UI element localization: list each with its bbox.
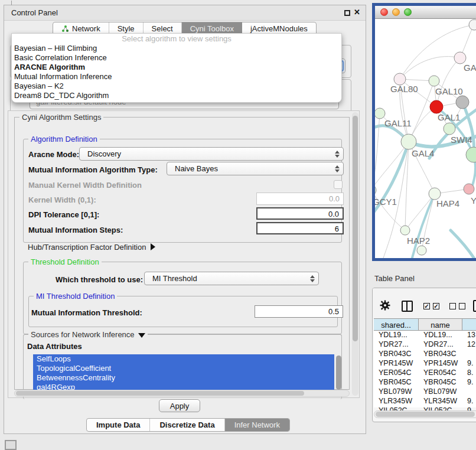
- popup-item-aracne[interactable]: ARACNE Algorithm: [12, 63, 341, 72]
- list-item[interactable]: SelfLoops: [33, 354, 334, 364]
- mi-steps-field[interactable]: 6: [256, 222, 344, 234]
- network-node-gal11[interactable]: [375, 108, 385, 119]
- popup-item-bayesian-k2[interactable]: Bayesian – K2: [12, 81, 341, 91]
- network-canvas[interactable]: GAL GAL80 GAL10 GAL1 GAL11 SWI4 GAL4 GCY…: [375, 19, 476, 258]
- threshold-definition-groupbox: Threshold Definition Which threshold to …: [23, 262, 342, 334]
- table-row[interactable]: YBR043CYBR043C: [374, 350, 476, 359]
- network-node[interactable]: [469, 19, 476, 30]
- popup-item-mutual-information[interactable]: Mutual Information Inference: [12, 72, 341, 81]
- gear-icon[interactable]: [380, 300, 390, 313]
- mi-threshold-title: MI Threshold Definition: [34, 292, 117, 301]
- which-threshold-label: Which threshold to use:: [56, 275, 143, 284]
- table-row[interactable]: YBL079WYBL079W: [374, 387, 476, 397]
- network-node-gal1-selected[interactable]: [430, 100, 443, 113]
- manual-kernel-checkbox[interactable]: [334, 180, 343, 189]
- network-node-bottom[interactable]: [417, 246, 426, 255]
- bottom-tabbar: Impute Data Discretize Data Infer Networ…: [86, 418, 290, 432]
- table-horizontal-scrollbar[interactable]: [374, 410, 476, 418]
- table-row[interactable]: YBR045CYBR045C9.: [374, 378, 476, 387]
- deselect-all-checkbox-icon[interactable]: [449, 303, 456, 309]
- algorithm-definition-title: Algorithm Definition: [28, 135, 100, 144]
- svg-text:GAL: GAL: [464, 63, 476, 73]
- table-row[interactable]: YDL19...YDL19...13: [374, 331, 476, 340]
- float-window-icon[interactable]: [344, 10, 350, 16]
- list-item[interactable]: BetweennessCentrality: [33, 373, 334, 383]
- svg-text:GAL80: GAL80: [390, 84, 418, 94]
- column-header-shared-name[interactable]: shared...: [374, 319, 419, 330]
- popup-item-dream8[interactable]: Dream8 DC_TDC Algorithm: [12, 91, 341, 100]
- combo-arrows-icon: [335, 162, 340, 175]
- network-node-gray[interactable]: [456, 96, 469, 109]
- data-attributes-list[interactable]: SelfLoops TopologicalCoefficient Between…: [33, 354, 334, 391]
- tab-infer-network[interactable]: Infer Network: [225, 419, 289, 431]
- network-window-titlebar[interactable]: [375, 6, 476, 19]
- dpi-tolerance-field[interactable]: 0.0: [256, 207, 344, 220]
- panel-title: Control Panel: [11, 8, 58, 17]
- table-toolbar: ✓ ✓: [373, 288, 476, 318]
- close-icon[interactable]: ✕: [354, 8, 360, 17]
- new-table-icon[interactable]: [473, 300, 476, 312]
- network-node-gal80[interactable]: [394, 73, 406, 85]
- network-node-gal2[interactable]: [454, 52, 466, 64]
- deselect-all-checkbox-icon[interactable]: [459, 303, 465, 309]
- close-traffic-light-icon[interactable]: [380, 8, 388, 16]
- aracne-mode-label: Aracne Mode:: [28, 150, 79, 159]
- mi-threshold-label: Mutual Information Threshold:: [31, 308, 142, 317]
- horizontal-scrollbar[interactable]: [14, 390, 350, 397]
- popup-item-basic-correlation[interactable]: Basic Correlation Inference: [12, 53, 341, 63]
- popup-placeholder: Select algorithm to view settings: [12, 34, 341, 44]
- tab-impute-data[interactable]: Impute Data: [87, 419, 150, 431]
- network-node-pink[interactable]: [464, 184, 474, 194]
- column-header-partial[interactable]: [462, 319, 476, 330]
- network-node-gcy1[interactable]: [375, 185, 376, 195]
- horizontal-scrollbar-thumb[interactable]: [16, 391, 304, 396]
- svg-text:GAL11: GAL11: [384, 118, 412, 128]
- expander-collapsed-icon[interactable]: [151, 243, 155, 250]
- apply-button[interactable]: Apply: [159, 399, 200, 412]
- table-row[interactable]: YLR345WYLR345W9.: [374, 397, 476, 406]
- algorithm-dropdown-popup: Select algorithm to view settings Bayesi…: [11, 33, 342, 103]
- hub-definition-expander[interactable]: Hub/Transcription Factor Definition: [28, 243, 155, 252]
- tab-discretize-data[interactable]: Discretize Data: [150, 419, 224, 431]
- panel-grip-button[interactable]: [5, 440, 17, 450]
- expander-expanded-icon[interactable]: [138, 333, 145, 338]
- table-row[interactable]: YER054CYER054C8.: [374, 369, 476, 378]
- network-view-window: GAL GAL80 GAL10 GAL1 GAL11 SWI4 GAL4 GCY…: [372, 3, 476, 261]
- select-all-checkbox-icon[interactable]: ✓: [433, 303, 439, 309]
- list-item[interactable]: TopologicalCoefficient: [33, 364, 334, 373]
- network-tab-icon: [61, 25, 69, 32]
- table-row[interactable]: YPR145WYPR145W9.: [374, 359, 476, 369]
- network-node-gal4[interactable]: [401, 134, 416, 149]
- select-all-checkbox-icon[interactable]: ✓: [423, 303, 430, 309]
- dpi-tolerance-label: DPI Tolerance [0,1]:: [28, 210, 99, 219]
- svg-text:Y: Y: [471, 195, 476, 206]
- svg-text:GAL4: GAL4: [412, 148, 434, 158]
- svg-text:GCY1: GCY1: [375, 197, 397, 207]
- network-node-hap4[interactable]: [429, 188, 441, 200]
- combo-arrows-icon: [310, 272, 315, 285]
- vertical-scrollbar[interactable]: [352, 112, 358, 396]
- network-node-gal10[interactable]: [429, 76, 439, 86]
- kernel-width-field[interactable]: 0.0: [256, 193, 344, 205]
- manual-kernel-label: Manual Kernel Width Definition: [28, 181, 142, 190]
- table-panel-title: Table Panel: [374, 274, 415, 283]
- aracne-mode-combobox[interactable]: Discovery: [79, 147, 344, 161]
- svg-text:HAP4: HAP4: [436, 198, 459, 208]
- vertical-scrollbar-thumb[interactable]: [353, 116, 358, 341]
- minimize-traffic-light-icon[interactable]: [392, 8, 400, 16]
- split-columns-icon[interactable]: [402, 301, 413, 312]
- network-node-right[interactable]: [466, 147, 476, 162]
- list-scrollbar-thumb[interactable]: [336, 356, 341, 390]
- which-threshold-combobox[interactable]: MI Threshold: [144, 272, 319, 285]
- sources-title[interactable]: Sources for Network Inference: [28, 330, 148, 339]
- column-header-name[interactable]: name: [419, 319, 462, 330]
- table-horizontal-scrollbar-thumb[interactable]: [376, 412, 475, 417]
- mi-type-combobox[interactable]: Naive Bayes: [167, 162, 344, 175]
- zoom-traffic-light-icon[interactable]: [404, 8, 412, 16]
- list-scrollbar[interactable]: [336, 356, 341, 390]
- table-row[interactable]: YDR27...YDR27...12: [374, 340, 476, 350]
- network-node-swi4[interactable]: [444, 123, 455, 135]
- mi-threshold-field[interactable]: 0.5: [255, 305, 343, 318]
- popup-item-bayesian-hill-climbing[interactable]: Bayesian – Hill Climbing: [12, 44, 341, 53]
- network-node-hap2[interactable]: [400, 226, 410, 235]
